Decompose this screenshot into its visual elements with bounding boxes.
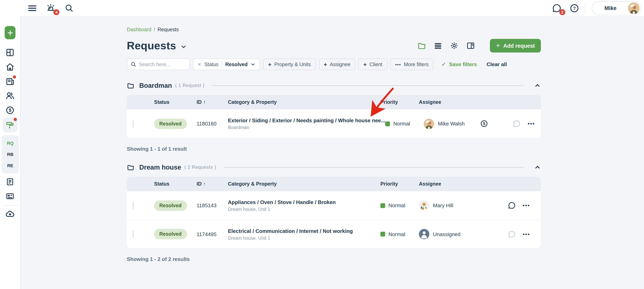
sort-ascending-icon: ↑	[203, 99, 206, 105]
row-more-menu[interactable]: •••	[523, 231, 530, 237]
search-icon	[130, 61, 136, 67]
messages-icon[interactable]: 2	[552, 3, 562, 13]
row-more-menu[interactable]: •••	[528, 121, 535, 127]
status-filter-chip[interactable]: ✕ Status Resolved	[193, 58, 260, 70]
money-icon[interactable]: $	[480, 119, 489, 128]
sidebar-item-people[interactable]	[5, 91, 15, 101]
filter-chip-label: Assignee	[330, 61, 350, 67]
requests-table: Status ID↑ Category & Property Priority …	[127, 95, 541, 138]
plus-icon: +	[496, 42, 500, 50]
save-filters-button[interactable]: ✓ Save filters	[442, 61, 477, 67]
column-header-status[interactable]: Status	[152, 181, 196, 187]
request-row[interactable]: Resolved 1180160 Exterior / Siding / Ext…	[127, 109, 541, 138]
page-title[interactable]: Requests	[127, 39, 187, 52]
home-icon	[5, 62, 15, 72]
group-count: ( 2 Requests )	[184, 165, 216, 170]
sidebar-divider	[3, 205, 18, 206]
plus-icon	[7, 29, 13, 36]
table-settings[interactable]	[450, 41, 459, 50]
cloud-download-icon	[5, 209, 15, 219]
sidebar-item-rb[interactable]: RB	[7, 152, 14, 157]
sidebar-add-button[interactable]	[4, 26, 16, 39]
hamburger-menu-icon[interactable]	[27, 3, 37, 13]
column-header-priority[interactable]: Priority	[380, 99, 419, 105]
status-filter-label: Status	[204, 61, 222, 67]
collapse-chevron-up-icon[interactable]	[534, 82, 541, 89]
request-property: Dream house, Unit 1	[228, 207, 380, 212]
remove-filter-icon[interactable]: ✕	[198, 61, 202, 67]
messages-badge: 2	[559, 9, 565, 15]
comments-bubble-icon[interactable]	[508, 201, 516, 210]
more-filters-button[interactable]: ••• More filters	[390, 58, 434, 70]
status-badge: Resolved	[154, 200, 187, 211]
sidebar-item-home[interactable]	[5, 62, 15, 72]
topbar: 4 2 ? Mike	[0, 0, 644, 16]
sidebar-item-requests[interactable]	[2, 117, 18, 132]
comments-bubble-icon[interactable]	[508, 230, 516, 238]
sidebar-item-listings[interactable]	[6, 192, 15, 201]
document-icon	[6, 177, 15, 186]
sidebar-item-downloads[interactable]	[5, 209, 15, 219]
request-id: 1185143	[196, 202, 228, 208]
column-header-priority[interactable]: Priority	[380, 181, 419, 187]
filter-chip-property-units[interactable]: + Property & Units	[263, 58, 316, 70]
save-filters-label: Save filters	[449, 61, 477, 67]
user-menu[interactable]: Mike	[592, 1, 641, 15]
alerts-siren-icon[interactable]: 4	[46, 3, 56, 13]
sidebar-item-re[interactable]: RE	[7, 163, 14, 168]
column-header-assignee[interactable]: Assignee	[419, 181, 475, 187]
request-row[interactable]: Resolved 1185143 Appliances / Oven / Sto…	[127, 191, 541, 220]
row-more-menu[interactable]: •••	[523, 202, 530, 208]
sort-ascending-icon: ↑	[203, 181, 206, 187]
filter-chip-client[interactable]: + Client	[358, 58, 387, 70]
comments-bubble-icon[interactable]	[512, 119, 521, 128]
column-header-id[interactable]: ID↑	[196, 181, 228, 187]
search-input[interactable]	[139, 61, 183, 67]
assignee-avatar	[419, 200, 429, 211]
results-count: Showing 1 - 2 of 2 results	[127, 256, 541, 262]
dollar-circle-icon: $	[5, 105, 15, 115]
column-header-category[interactable]: Category & Property	[228, 99, 380, 105]
request-row[interactable]: Resolved 1174495 Electrical / Communicat…	[127, 220, 541, 248]
row-checkbox[interactable]	[133, 201, 134, 209]
search-box[interactable]	[127, 58, 190, 70]
breadcrumb-dashboard[interactable]: Dashboard	[127, 27, 151, 32]
breadcrumb-current: Requests	[158, 27, 179, 32]
sidebar-item-news[interactable]	[5, 77, 15, 86]
sidebar-item-dashboard[interactable]	[5, 48, 15, 57]
row-checkbox[interactable]	[133, 230, 134, 238]
sidebar-item-rq[interactable]: RQ	[7, 141, 14, 146]
columns-panel-icon	[466, 41, 475, 50]
sidebar-item-documents[interactable]	[6, 177, 15, 186]
breadcrumb: Dashboard / Requests	[127, 27, 541, 32]
filter-chip-assignee[interactable]: + Assignee	[319, 58, 355, 70]
breadcrumb-separator: /	[154, 27, 155, 32]
search-icon[interactable]	[64, 3, 74, 13]
list-view-toggle[interactable]	[434, 41, 442, 50]
collapse-chevron-up-icon[interactable]	[534, 164, 541, 171]
request-title: Exterior / Siding / Exterior / Needs pai…	[228, 117, 385, 123]
news-notification-dot	[13, 75, 16, 79]
priority-color-square	[380, 203, 385, 208]
group-view-toggle[interactable]	[418, 41, 426, 50]
user-avatar	[628, 2, 640, 14]
chevron-down-icon	[250, 62, 256, 67]
request-groups: Boardman ( 1 Request ) Status ID↑ Catego…	[127, 81, 541, 262]
filter-bar: ✕ Status Resolved + Property & Units + A…	[127, 58, 541, 70]
svg-text:$: $	[483, 121, 485, 126]
app-root: 4 2 ? Mike	[0, 0, 644, 289]
column-header-status[interactable]: Status	[152, 99, 196, 105]
add-request-button[interactable]: + Add request	[490, 39, 541, 52]
clear-all-button[interactable]: Clear all	[486, 61, 507, 67]
group-name: Boardman	[139, 82, 172, 89]
sidebar-item-payments[interactable]: $	[5, 105, 15, 115]
folder-icon	[127, 163, 134, 171]
column-header-id[interactable]: ID↑	[196, 99, 228, 105]
help-icon[interactable]: ?	[569, 3, 580, 13]
column-header-assignee[interactable]: Assignee	[419, 99, 475, 105]
side-panel-toggle[interactable]	[466, 41, 475, 50]
row-checkbox[interactable]	[133, 120, 134, 127]
table-header-row: Status ID↑ Category & Property Priority …	[127, 177, 541, 191]
svg-text:$: $	[9, 108, 12, 113]
column-header-category[interactable]: Category & Property	[228, 181, 380, 187]
